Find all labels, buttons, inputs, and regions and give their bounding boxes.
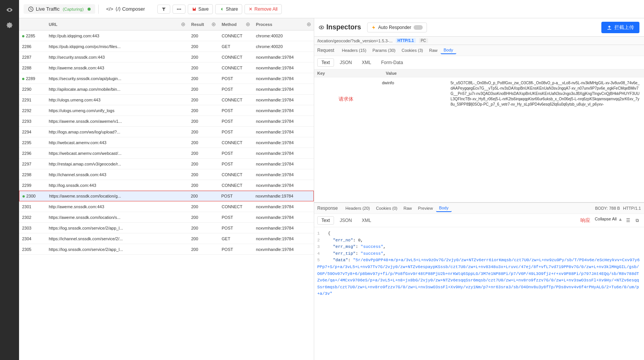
- request-json-tab[interactable]: JSON: [336, 58, 356, 67]
- table-row[interactable]: 2296 https://webcast.amemv.com/webcast/.…: [19, 148, 314, 159]
- cell-process: noxvmhandle:19784: [253, 247, 314, 252]
- table-rows: 2285 http://pub.idqqimg.com:443 200 CONN…: [19, 31, 314, 360]
- tab-headers-15[interactable]: Headers (15): [339, 47, 369, 54]
- request-section: Request Headers (15) Params (30) Cookies…: [314, 45, 644, 203]
- resp-text-tab[interactable]: Text: [317, 216, 334, 225]
- cell-result: 200: [188, 183, 219, 188]
- request-text-tab[interactable]: Text: [317, 58, 334, 67]
- cell-method: CONNECT: [219, 66, 253, 70]
- table-row[interactable]: 2286 https://pub.idqqimg.com/pc/misc/fil…: [19, 41, 314, 52]
- response-section: Response Headers (20) Cookies (0) Raw Pr…: [314, 203, 644, 360]
- json-line: 3 "err_msg": "success",: [317, 244, 641, 251]
- cell-num: 2299: [19, 183, 46, 188]
- cell-num: 2291: [19, 98, 46, 102]
- cell-result: 200: [188, 76, 219, 81]
- cell-url: https://aweme.snssdk.com/location/g...: [46, 194, 188, 198]
- filter-btn[interactable]: [157, 5, 170, 14]
- tab-cookies-3[interactable]: Cookies (3): [398, 47, 426, 54]
- list-icon[interactable]: ☰: [624, 217, 632, 224]
- col-process-header: Process: [253, 22, 314, 27]
- table-row[interactable]: 2295 http://webcast.amemv.com:443 200 CO…: [19, 137, 314, 148]
- resp-tab-body[interactable]: Body: [436, 204, 452, 212]
- cell-result: 200: [188, 226, 219, 230]
- cell-method: POST: [219, 76, 253, 81]
- remove-all-button[interactable]: ✕ Remove All: [244, 4, 282, 14]
- cell-process: noxvmhandle:19784: [253, 55, 314, 59]
- request-placeholder: 请求体: [317, 96, 374, 199]
- sidebar-icon-eye[interactable]: [3, 4, 16, 16]
- collapse-all-btn[interactable]: Collapse All: [595, 217, 617, 224]
- table-row[interactable]: 2293 https://aweme.snssdk.com/aweme/v1..…: [19, 116, 314, 127]
- cell-process: noxvmhandle:19784: [253, 66, 314, 70]
- lightning-icon: [371, 25, 376, 30]
- cell-process: noxvmhandle:19784: [253, 226, 314, 230]
- tab-body[interactable]: Body: [441, 47, 456, 54]
- tab-raw[interactable]: Raw: [426, 47, 441, 54]
- resp-tab-headers[interactable]: Headers (20): [342, 205, 373, 212]
- cell-result: 200: [188, 162, 219, 166]
- cell-num: 2297: [19, 162, 46, 166]
- table-row[interactable]: 2285 http://pub.idqqimg.com:443 200 CONN…: [19, 31, 314, 41]
- json-line: 5 "data": "5r/e8vPp9PP48+m/p+a/3vL5+L+nv…: [317, 257, 641, 297]
- table-row[interactable]: 2287 http://security.snssdk.com:443 200 …: [19, 52, 314, 63]
- table-row[interactable]: 2305 https://log.snssdk.com/service/2/ap…: [19, 244, 314, 255]
- table-row[interactable]: 2291 http://ulogs.umeng.com:443 200 CONN…: [19, 95, 314, 105]
- save-button[interactable]: Save: [188, 4, 213, 14]
- filter-options-btn[interactable]: [173, 5, 185, 14]
- resp-tab-cookies[interactable]: Cookies (0): [373, 205, 400, 212]
- resp-tab-raw[interactable]: Raw: [401, 205, 415, 212]
- resp-json-tab[interactable]: JSON: [336, 216, 356, 225]
- table-row[interactable]: 2303 https://log.snssdk.com/service/2/ap…: [19, 223, 314, 233]
- copy-icon[interactable]: ⧉: [633, 217, 641, 224]
- cell-url: http://aweme.snssdk.com:443: [46, 204, 188, 209]
- cell-method: CONNECT: [219, 204, 253, 209]
- resp-xml-tab[interactable]: XML: [358, 216, 376, 225]
- response-body[interactable]: 1{2 "err_no": 0,3 "err_msg": "success",4…: [314, 227, 644, 360]
- table-row[interactable]: 2301 http://aweme.snssdk.com:443 200 CON…: [19, 201, 314, 212]
- table-row[interactable]: 2292 https://ulogs.umeng.com/unify_logs …: [19, 105, 314, 116]
- cell-result: 200: [188, 215, 219, 220]
- table-row[interactable]: 2294 http://logs.amap.com/ws/log/upload?…: [19, 127, 314, 137]
- composer-tab[interactable]: </> ⟨/⟩ Composer: [102, 4, 150, 14]
- table-row[interactable]: 2289 https://security.snssdk.com/api/plu…: [19, 73, 314, 84]
- request-xml-tab[interactable]: XML: [358, 58, 376, 67]
- table-row[interactable]: 2298 http://ichannel.snssdk.com:443 200 …: [19, 169, 314, 180]
- table-row[interactable]: 2288 http://aweme.snssdk.com:443 200 CON…: [19, 63, 314, 73]
- cell-url: https://log.snssdk.com/service/2/app_l..…: [46, 226, 188, 230]
- cell-result: 200: [188, 151, 219, 156]
- cell-url: https://webcast.amemv.com/webcast/...: [46, 151, 188, 156]
- cell-num: 2304: [19, 236, 46, 241]
- cell-process: noxvmhandle:19784: [253, 204, 314, 209]
- cell-num: 2289: [19, 76, 46, 81]
- upload-label: 拦截上传: [614, 24, 634, 31]
- table-row[interactable]: 2290 http://apilocate.amap.com/mobile/bi…: [19, 84, 314, 95]
- table-row[interactable]: 2302 https://aweme.snssdk.com/location/s…: [19, 212, 314, 223]
- eye-icon-2: [319, 25, 324, 30]
- resp-tab-preview[interactable]: Preview: [415, 205, 436, 212]
- table-row[interactable]: 2297 http://restapi.amap.com/v3/geocode/…: [19, 159, 314, 169]
- auto-responder-toggle[interactable]: [414, 25, 423, 30]
- cell-url: http://log.snssdk.com:443: [46, 183, 188, 188]
- capturing-label: (Capturing): [63, 7, 84, 11]
- cell-method: GET: [219, 236, 253, 241]
- tab-params-30[interactable]: Params (30): [369, 47, 399, 54]
- table-row[interactable]: 2299 http://log.snssdk.com:443 200 CONNE…: [19, 180, 314, 191]
- table-row[interactable]: 2300 https://aweme.snssdk.com/location/g…: [19, 191, 314, 201]
- cell-result: 200: [188, 98, 219, 102]
- sidebar-icon-gear[interactable]: [3, 19, 16, 31]
- cell-method: CONNECT: [219, 98, 253, 102]
- live-traffic-tab[interactable]: Live Traffic (Capturing): [24, 4, 95, 14]
- save-label: Save: [198, 6, 209, 12]
- table-row[interactable]: 2304 https://ichannel.snssdk.com/service…: [19, 233, 314, 244]
- cell-result: 200: [188, 140, 219, 145]
- cell-method: CONNECT: [219, 172, 253, 177]
- share-button[interactable]: Share: [215, 4, 242, 14]
- upload-button[interactable]: 拦截上传: [601, 22, 639, 33]
- cell-url: https://aweme.snssdk.com/location/s...: [46, 215, 188, 220]
- http-version-resp: HTTP/1.1: [623, 206, 641, 211]
- divider-1: [98, 5, 99, 14]
- share-label: Share: [226, 6, 238, 12]
- request-formdata-tab[interactable]: Form-Data: [377, 58, 407, 67]
- cell-method: POST: [218, 194, 252, 198]
- auto-responder-btn[interactable]: Auto Responder: [367, 22, 427, 32]
